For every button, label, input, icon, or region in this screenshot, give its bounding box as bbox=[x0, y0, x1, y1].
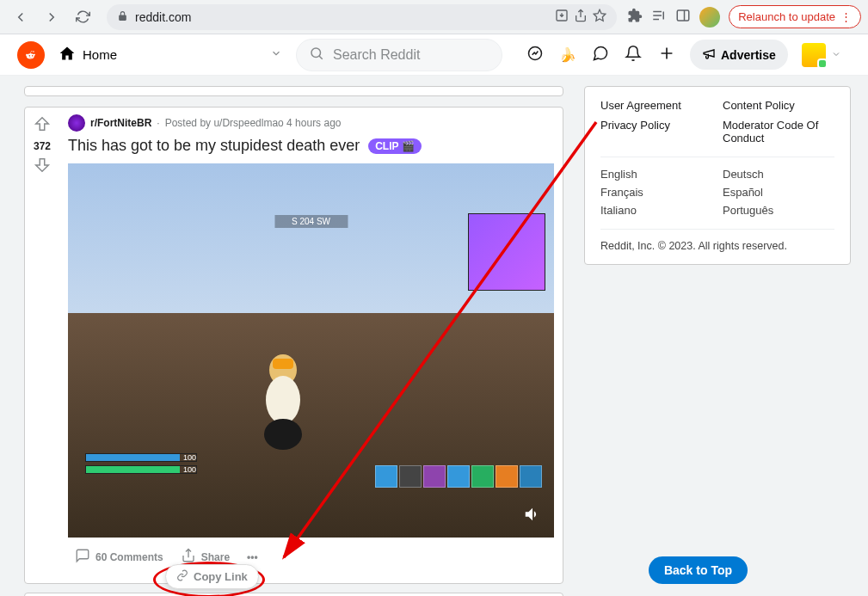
search-icon bbox=[309, 46, 324, 65]
post-title[interactable]: This has got to be my stupidest death ev… bbox=[68, 137, 554, 155]
minimap-hud bbox=[468, 213, 545, 291]
share-page-icon[interactable] bbox=[574, 9, 588, 26]
chat-icon[interactable] bbox=[592, 45, 609, 65]
lang-portugues[interactable]: Português bbox=[723, 204, 834, 217]
lang-francais[interactable]: Français bbox=[600, 186, 712, 199]
relaunch-button[interactable]: Relaunch to update⋮ bbox=[729, 5, 861, 28]
svg-point-8 bbox=[264, 419, 302, 450]
create-post-icon[interactable] bbox=[657, 44, 676, 66]
forward-button[interactable] bbox=[38, 3, 65, 31]
bookmark-icon[interactable] bbox=[593, 9, 606, 26]
link-icon bbox=[176, 569, 188, 584]
home-icon bbox=[58, 45, 76, 65]
vote-count: 372 bbox=[34, 140, 51, 152]
back-button[interactable] bbox=[7, 3, 34, 31]
reddit-header: Home Search Reddit 🍌 Advertise bbox=[0, 34, 868, 76]
profile-avatar[interactable] bbox=[699, 7, 720, 28]
user-avatar bbox=[802, 43, 826, 67]
health-hud: 100 100 bbox=[85, 453, 197, 477]
feed: 372 r/FortNiteBR · Posted by u/Drspeedlm… bbox=[24, 86, 563, 586]
home-label: Home bbox=[83, 47, 117, 62]
banana-icon[interactable]: 🍌 bbox=[559, 46, 576, 63]
browser-toolbar: reddit.com Relaunch to update⋮ bbox=[0, 0, 868, 34]
lang-deutsch[interactable]: Deutsch bbox=[723, 168, 834, 181]
upvote-button[interactable] bbox=[33, 114, 52, 137]
megaphone-icon bbox=[702, 46, 716, 63]
menu-dots-icon: ⋮ bbox=[840, 10, 852, 23]
user-agreement-link[interactable]: User Agreement bbox=[600, 99, 712, 112]
post-actions: 60 Comments Share ••• bbox=[68, 538, 554, 576]
downvote-button[interactable] bbox=[33, 156, 52, 178]
moderator-code-link[interactable]: Moderator Code Of Conduct bbox=[723, 119, 834, 144]
popular-icon[interactable] bbox=[526, 45, 544, 65]
user-menu[interactable] bbox=[802, 43, 841, 67]
svg-rect-1 bbox=[677, 10, 689, 21]
copy-link-tooltip[interactable]: Copy Link bbox=[165, 564, 259, 589]
subreddit-icon[interactable] bbox=[68, 114, 85, 132]
post-meta: r/FortNiteBR · Posted by u/Drspeedlmao 4… bbox=[68, 114, 554, 132]
sidebar: User Agreement Content Policy Privacy Po… bbox=[584, 86, 851, 586]
game-character bbox=[249, 348, 317, 452]
back-to-top-button[interactable]: Back to Top bbox=[649, 556, 748, 584]
compass-hud: S 204 SW bbox=[274, 215, 348, 228]
footer-card: User Agreement Content Policy Privacy Po… bbox=[584, 86, 851, 265]
chevron-down-icon[interactable] bbox=[270, 47, 282, 63]
lock-icon bbox=[117, 9, 128, 25]
search-placeholder: Search Reddit bbox=[333, 47, 420, 63]
notifications-icon[interactable] bbox=[625, 45, 642, 65]
previous-post-stub bbox=[24, 86, 563, 96]
install-icon[interactable] bbox=[555, 9, 569, 26]
playlist-icon[interactable] bbox=[651, 8, 667, 27]
extensions-icon[interactable] bbox=[627, 8, 643, 27]
side-panel-icon[interactable] bbox=[675, 8, 691, 27]
url-text: reddit.com bbox=[135, 10, 191, 24]
address-bar[interactable]: reddit.com bbox=[107, 4, 617, 30]
item-slots-hud bbox=[375, 465, 542, 488]
volume-icon[interactable] bbox=[523, 505, 542, 527]
advertise-button[interactable]: Advertise bbox=[690, 40, 788, 70]
chevron-down-icon bbox=[831, 47, 841, 63]
svg-point-7 bbox=[266, 376, 300, 424]
share-icon bbox=[181, 548, 196, 566]
subreddit-link[interactable]: r/FortNiteBR bbox=[90, 117, 151, 129]
comments-button[interactable]: 60 Comments bbox=[68, 543, 170, 571]
comment-icon bbox=[75, 548, 90, 566]
privacy-policy-link[interactable]: Privacy Policy bbox=[600, 119, 712, 144]
reload-button[interactable] bbox=[69, 3, 96, 31]
post-card: 372 r/FortNiteBR · Posted by u/Drspeedlm… bbox=[24, 107, 563, 584]
home-dropdown[interactable]: Home bbox=[58, 45, 117, 65]
reddit-logo[interactable] bbox=[17, 41, 45, 69]
advertise-label: Advertise bbox=[721, 48, 776, 62]
lang-italiano[interactable]: Italiano bbox=[600, 204, 712, 217]
posted-by[interactable]: Posted by u/Drspeedlmao 4 hours ago bbox=[165, 117, 342, 129]
svg-point-3 bbox=[311, 48, 321, 58]
dots-icon: ••• bbox=[247, 551, 258, 563]
copyright-text: Reddit, Inc. © 2023. All rights reserved… bbox=[600, 229, 834, 252]
svg-rect-6 bbox=[273, 359, 293, 369]
video-player[interactable]: S 204 SW 100 100 bbox=[68, 163, 554, 538]
content-policy-link[interactable]: Content Policy bbox=[723, 99, 834, 112]
search-input[interactable]: Search Reddit bbox=[296, 39, 502, 71]
lang-espanol[interactable]: Español bbox=[723, 186, 834, 199]
lang-english[interactable]: English bbox=[600, 168, 712, 181]
clip-badge: CLIP 🎬 bbox=[368, 138, 421, 154]
post-card: r/phinvest · Pos 1018 3 hours ago bbox=[24, 593, 563, 596]
